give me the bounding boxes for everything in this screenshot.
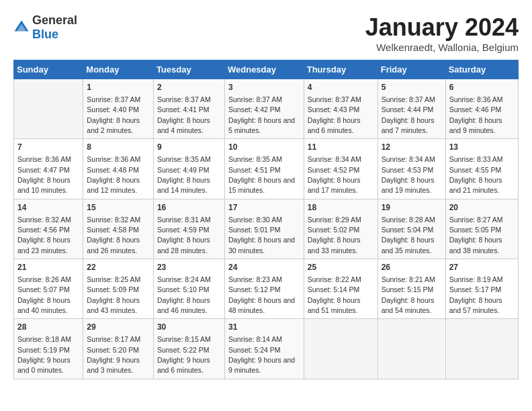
- day-daylight: Daylight: 9 hours and 3 minutes.: [87, 356, 140, 374]
- day-number: 22: [87, 262, 150, 273]
- day-number: 9: [157, 142, 221, 153]
- day-sunset: Sunset: 4:48 PM: [87, 166, 139, 174]
- cell-3-2: 15Sunrise: 8:32 AMSunset: 4:58 PMDayligh…: [83, 199, 154, 259]
- day-number: 14: [17, 202, 79, 214]
- day-sunrise: Sunrise: 8:36 AM: [449, 95, 503, 103]
- day-number: 21: [17, 262, 79, 273]
- cell-4-1: 21Sunrise: 8:26 AMSunset: 5:07 PMDayligh…: [14, 259, 83, 319]
- day-number: 11: [308, 142, 374, 153]
- logo-blue: Blue: [32, 28, 58, 41]
- day-number: 28: [17, 322, 79, 333]
- calendar-table: Sunday Monday Tuesday Wednesday Thursday…: [13, 60, 519, 379]
- day-daylight: Daylight: 8 hours and 10 minutes.: [17, 176, 71, 194]
- day-sunset: Sunset: 4:55 PM: [449, 166, 502, 174]
- day-number: 17: [228, 202, 300, 214]
- location-subtitle: Welkenraedt, Wallonia, Belgium: [365, 42, 519, 53]
- day-sunset: Sunset: 4:49 PM: [157, 166, 210, 174]
- day-sunset: Sunset: 4:53 PM: [382, 166, 434, 174]
- cell-2-4: 10Sunrise: 8:35 AMSunset: 4:51 PMDayligh…: [224, 139, 304, 199]
- day-sunrise: Sunrise: 8:28 AM: [382, 216, 435, 224]
- day-sunset: Sunset: 4:56 PM: [17, 226, 70, 234]
- day-sunset: Sunset: 5:01 PM: [228, 226, 281, 234]
- cell-5-3: 30Sunrise: 8:15 AMSunset: 5:22 PMDayligh…: [153, 319, 224, 379]
- cell-2-2: 8Sunrise: 8:36 AMSunset: 4:48 PMDaylight…: [83, 139, 154, 199]
- day-daylight: Daylight: 8 hours and 33 minutes.: [308, 236, 361, 254]
- day-sunrise: Sunrise: 8:37 AM: [157, 95, 211, 103]
- header-wednesday: Wednesday: [224, 60, 304, 79]
- day-sunrise: Sunrise: 8:32 AM: [17, 216, 71, 224]
- cell-4-3: 23Sunrise: 8:24 AMSunset: 5:10 PMDayligh…: [153, 259, 224, 319]
- day-daylight: Daylight: 9 hours and 9 minutes.: [228, 356, 295, 374]
- day-number: 12: [382, 142, 442, 153]
- day-number: 15: [87, 202, 150, 214]
- day-number: 7: [17, 142, 79, 153]
- day-daylight: Daylight: 8 hours and 14 minutes.: [157, 176, 210, 194]
- day-number: 19: [382, 202, 442, 214]
- cell-5-5: [304, 319, 378, 379]
- cell-3-1: 14Sunrise: 8:32 AMSunset: 4:56 PMDayligh…: [14, 199, 83, 259]
- day-sunset: Sunset: 4:47 PM: [17, 166, 70, 174]
- day-daylight: Daylight: 9 hours and 0 minutes.: [17, 356, 71, 374]
- day-sunset: Sunset: 5:09 PM: [87, 285, 139, 293]
- day-sunset: Sunset: 5:19 PM: [17, 346, 70, 354]
- day-sunrise: Sunrise: 8:26 AM: [17, 275, 71, 283]
- day-sunrise: Sunrise: 8:21 AM: [382, 275, 435, 283]
- day-number: 24: [228, 262, 300, 273]
- day-sunrise: Sunrise: 8:15 AM: [157, 335, 211, 343]
- cell-2-6: 12Sunrise: 8:34 AMSunset: 4:53 PMDayligh…: [378, 139, 445, 199]
- day-daylight: Daylight: 8 hours and 40 minutes.: [17, 296, 71, 314]
- week-row-5: 28Sunrise: 8:18 AMSunset: 5:19 PMDayligh…: [14, 319, 519, 379]
- cell-1-4: 3Sunrise: 8:37 AMSunset: 4:42 PMDaylight…: [224, 79, 304, 139]
- day-daylight: Daylight: 8 hours and 43 minutes.: [87, 296, 140, 314]
- day-number: 8: [87, 142, 150, 153]
- day-number: 5: [382, 82, 442, 93]
- day-number: 27: [449, 262, 515, 273]
- cell-2-3: 9Sunrise: 8:35 AMSunset: 4:49 PMDaylight…: [153, 139, 224, 199]
- cell-1-6: 5Sunrise: 8:37 AMSunset: 4:44 PMDaylight…: [378, 79, 445, 139]
- day-sunrise: Sunrise: 8:35 AM: [157, 155, 211, 163]
- day-number: 3: [228, 82, 300, 93]
- cell-3-5: 18Sunrise: 8:29 AMSunset: 5:02 PMDayligh…: [304, 199, 378, 259]
- cell-1-7: 6Sunrise: 8:36 AMSunset: 4:46 PMDaylight…: [445, 79, 518, 139]
- cell-1-1: [14, 79, 83, 139]
- day-daylight: Daylight: 8 hours and 5 minutes.: [228, 116, 295, 134]
- day-number: 30: [157, 322, 221, 333]
- day-sunrise: Sunrise: 8:23 AM: [228, 275, 282, 283]
- day-sunrise: Sunrise: 8:24 AM: [157, 275, 211, 283]
- day-sunset: Sunset: 4:58 PM: [87, 226, 139, 234]
- day-sunrise: Sunrise: 8:17 AM: [87, 335, 140, 343]
- day-daylight: Daylight: 8 hours and 46 minutes.: [157, 296, 210, 314]
- day-daylight: Daylight: 8 hours and 21 minutes.: [449, 176, 502, 194]
- day-sunset: Sunset: 5:12 PM: [228, 285, 281, 293]
- day-sunrise: Sunrise: 8:35 AM: [228, 155, 282, 163]
- day-daylight: Daylight: 8 hours and 23 minutes.: [17, 236, 71, 254]
- day-sunset: Sunset: 5:20 PM: [87, 346, 139, 354]
- day-daylight: Daylight: 8 hours and 7 minutes.: [382, 116, 435, 134]
- day-sunset: Sunset: 5:05 PM: [449, 226, 502, 234]
- cell-5-6: [378, 319, 445, 379]
- day-number: 18: [308, 202, 374, 214]
- day-sunset: Sunset: 5:15 PM: [382, 285, 434, 293]
- day-number: 4: [308, 82, 374, 93]
- week-row-2: 7Sunrise: 8:36 AMSunset: 4:47 PMDaylight…: [14, 139, 519, 199]
- day-sunrise: Sunrise: 8:32 AM: [87, 216, 140, 224]
- day-sunset: Sunset: 4:41 PM: [157, 105, 210, 113]
- cell-4-2: 22Sunrise: 8:25 AMSunset: 5:09 PMDayligh…: [83, 259, 154, 319]
- cell-4-7: 27Sunrise: 8:19 AMSunset: 5:17 PMDayligh…: [445, 259, 518, 319]
- day-sunrise: Sunrise: 8:19 AM: [449, 275, 503, 283]
- cell-2-7: 13Sunrise: 8:33 AMSunset: 4:55 PMDayligh…: [445, 139, 518, 199]
- day-sunset: Sunset: 5:24 PM: [228, 346, 281, 354]
- day-sunrise: Sunrise: 8:37 AM: [382, 95, 435, 103]
- page-header: General Blue January 2024 Welkenraedt, W…: [13, 13, 519, 53]
- day-sunset: Sunset: 5:07 PM: [17, 285, 70, 293]
- header-saturday: Saturday: [445, 60, 518, 79]
- logo-text: General Blue: [32, 13, 77, 42]
- day-daylight: Daylight: 8 hours and 15 minutes.: [228, 176, 295, 194]
- day-daylight: Daylight: 8 hours and 57 minutes.: [449, 296, 502, 314]
- cell-5-1: 28Sunrise: 8:18 AMSunset: 5:19 PMDayligh…: [14, 319, 83, 379]
- day-sunrise: Sunrise: 8:37 AM: [308, 95, 361, 103]
- day-daylight: Daylight: 8 hours and 54 minutes.: [382, 296, 435, 314]
- cell-5-7: [445, 319, 518, 379]
- cell-1-5: 4Sunrise: 8:37 AMSunset: 4:43 PMDaylight…: [304, 79, 378, 139]
- header-tuesday: Tuesday: [153, 60, 224, 79]
